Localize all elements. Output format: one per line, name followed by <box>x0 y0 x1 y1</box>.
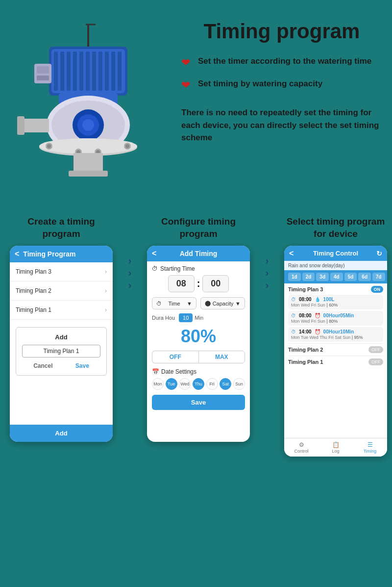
day-pill-5d[interactable]: 5d <box>344 273 357 281</box>
select-col: Select timing programfor device < Timing… <box>284 216 387 457</box>
svg-rect-12 <box>105 51 109 91</box>
feature-text-2: Set timing by watering capacity <box>198 78 322 90</box>
plan2-toggle[interactable]: OFF <box>368 346 383 353</box>
back-arrow-icon[interactable]: < <box>15 250 19 258</box>
off-max-row: OFF MAX <box>152 351 245 363</box>
type-selectors: ⏱ Time ▼ ⬤ Capacity ▼ <box>152 297 245 309</box>
off-button[interactable]: OFF <box>152 351 199 363</box>
double-arrow-icon-2: › › › <box>266 255 269 291</box>
day-thu[interactable]: Thu <box>193 378 204 390</box>
arrow-1: › › › <box>120 255 140 291</box>
phone2-header: < Add Timing <box>147 246 250 261</box>
hour-box[interactable]: 08 <box>168 275 195 292</box>
day-mon[interactable]: Mon <box>152 378 164 390</box>
plan3-label: Timing Plan 3 <box>16 268 51 275</box>
chevron-icon: › <box>105 306 107 313</box>
capacity-icon: ⬤ <box>205 300 211 306</box>
plan1-label: Timing Plan 1 <box>16 306 51 313</box>
back-arrow-icon[interactable]: < <box>289 249 294 258</box>
percent-display: 80% <box>152 326 245 347</box>
day-tue[interactable]: Tue <box>166 378 177 390</box>
dura-label: Dura Hou <box>152 315 175 321</box>
sched-value-1: 100L <box>323 297 335 302</box>
add-bottom-button[interactable]: Add <box>10 425 113 442</box>
plan1-toggle[interactable]: OFF <box>368 358 383 365</box>
nav-control[interactable]: ⚙ Control <box>284 438 318 457</box>
min-label: Min <box>195 315 203 321</box>
svg-rect-17 <box>37 76 49 80</box>
phone3-mockup: < Timing Control ↻ Rain and snow delay(d… <box>284 246 387 457</box>
schedule-item-2: ⏱ 08:00 ⏰ 00Hour05Min Mon Wed Fri Sun | … <box>288 311 383 326</box>
svg-rect-4 <box>54 51 58 91</box>
phone3-header: < Timing Control ↻ <box>284 246 387 261</box>
phone1-mockup: < Timing Program Timing Plan 3 › Timing … <box>10 246 113 442</box>
svg-point-25 <box>39 138 137 154</box>
day-pill-3d[interactable]: 3d <box>316 273 329 281</box>
chevron-icon: › <box>105 287 107 294</box>
capacity-select[interactable]: ⬤ Capacity ▼ <box>200 297 245 309</box>
heart-icon-2: ❤ <box>181 79 192 92</box>
svg-rect-11 <box>98 51 102 91</box>
configure-title: Configure timingprogram <box>161 216 236 240</box>
plan2-name: Timing Plan 2 <box>288 347 323 353</box>
day-pill-4d[interactable]: 4d <box>330 273 343 281</box>
sched-time-3: 14:00 <box>299 329 312 334</box>
page-title: Timing program <box>181 20 382 43</box>
svg-rect-10 <box>92 51 96 91</box>
nav-timing[interactable]: ☰ Timing <box>353 438 387 457</box>
list-item[interactable]: Timing Plan 1 › <box>10 301 113 320</box>
plan-name-input[interactable] <box>22 345 100 357</box>
day-pill-2d[interactable]: 2d <box>302 273 315 281</box>
phone1-header: < Timing Program <box>10 246 113 262</box>
days-row: Mon Tue Wed Thu Fri Sat Sun <box>152 378 245 390</box>
day-fri[interactable]: Fri <box>206 378 218 390</box>
day-pills-row: 1d 2d 3d 4d 5d 6d 7d <box>284 270 387 283</box>
minute-box[interactable]: 00 <box>202 275 229 292</box>
day-sat[interactable]: Sat <box>220 378 231 390</box>
duration-row: Dura Hou 10 Min <box>152 313 245 322</box>
svg-rect-14 <box>118 51 122 91</box>
svg-rect-7 <box>73 51 77 91</box>
colon-separator: : <box>197 278 200 289</box>
svg-rect-8 <box>79 51 83 91</box>
bottom-section: Create a timingprogram < Timing Program … <box>0 211 392 471</box>
feature-item-1: ❤ Set the timer according to the waterin… <box>181 55 382 69</box>
svg-rect-35 <box>69 171 108 177</box>
day-pill-1d[interactable]: 1d <box>288 273 301 281</box>
list-item[interactable]: Timing Plan 2 › <box>10 281 113 301</box>
plan3-toggle[interactable]: ON <box>371 286 384 293</box>
time-row: 08 : 00 <box>152 275 245 292</box>
plan2-label: Timing Plan 2 <box>16 287 51 294</box>
clock-icon: ⏱ <box>291 313 296 318</box>
double-arrow-icon: › › › <box>128 255 132 291</box>
max-button[interactable]: MAX <box>199 351 245 363</box>
timing-icon: ☰ <box>353 441 387 448</box>
day-wed[interactable]: Wed <box>179 378 191 390</box>
cancel-button[interactable]: Cancel <box>33 362 52 369</box>
svg-rect-34 <box>74 153 103 173</box>
day-pill-7d[interactable]: 7d <box>372 273 385 281</box>
refresh-icon[interactable]: ↻ <box>376 250 382 257</box>
starting-time-label: ⏱ Starting Time <box>152 265 245 272</box>
schedule-item-1: ⏱ 08:00 💧 100L Mon Wed Fri Sun | 60% <box>288 295 383 309</box>
description-text: There is no need to repeatedly set the t… <box>181 106 382 144</box>
sched-days-3: Mon Tue Wed Thu Fri Sat Sun <box>291 335 350 340</box>
nav-log[interactable]: 📋 Log <box>318 438 353 457</box>
min-value[interactable]: 10 <box>179 313 193 322</box>
top-section: Timing program ❤ Set the timer according… <box>0 0 392 211</box>
save-button[interactable]: Save <box>75 362 89 369</box>
svg-rect-5 <box>60 51 64 91</box>
list-item[interactable]: Timing Plan 3 › <box>10 262 113 281</box>
phone2-body: ⏱ Starting Time 08 : 00 ⏱ Time ▼ <box>147 261 250 414</box>
sched-days-2: Mon Wed Fri Sun <box>291 319 325 324</box>
add-label[interactable]: Add <box>22 333 100 341</box>
plan3-name: Timing Plan 3 <box>288 286 323 292</box>
control-icon: ⚙ <box>284 441 318 448</box>
back-arrow-icon[interactable]: < <box>152 249 156 258</box>
sched-percent-3: | 95% <box>352 335 363 340</box>
save-button[interactable]: Save <box>152 395 245 410</box>
svg-rect-6 <box>67 51 71 91</box>
day-sun[interactable]: Sun <box>233 378 245 390</box>
time-select[interactable]: ⏱ Time ▼ <box>152 297 196 309</box>
day-pill-6d[interactable]: 6d <box>358 273 371 281</box>
